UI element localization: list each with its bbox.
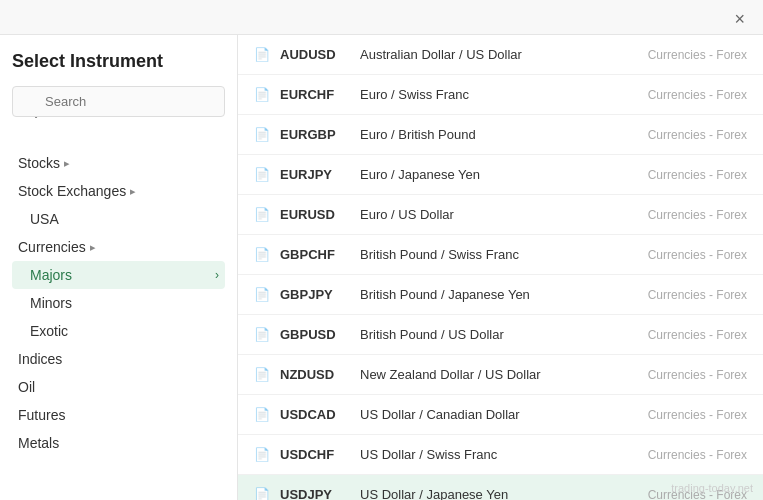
sidebar-item-label-majors: Majors [30, 267, 72, 283]
table-row[interactable]: 📄GBPUSDBritish Pound / US DollarCurrenci… [238, 315, 763, 355]
instrument-ticker: EURJPY [280, 167, 360, 182]
instrument-category: Currencies - Forex [627, 448, 747, 462]
instrument-ticker: EURUSD [280, 207, 360, 222]
instrument-category: Currencies - Forex [627, 288, 747, 302]
instrument-name: New Zealand Dollar / US Dollar [360, 367, 627, 382]
instrument-category: Currencies - Forex [627, 168, 747, 182]
document-icon: 📄 [254, 87, 270, 102]
instrument-ticker: USDCHF [280, 447, 360, 462]
instrument-rows: 📄AUDUSDAustralian Dollar / US DollarCurr… [238, 35, 763, 500]
document-icon: 📄 [254, 207, 270, 222]
sidebar-item-futures[interactable]: Futures [12, 401, 225, 429]
instrument-category: Currencies - Forex [627, 408, 747, 422]
sidebar: Select Instrument 🔍 Stocks ▸Stock Exchan… [0, 35, 238, 500]
instrument-name: US Dollar / Swiss Franc [360, 447, 627, 462]
modal-header: × [0, 0, 763, 35]
arrow-icon-stock-exchanges: ▸ [130, 185, 136, 198]
sidebar-item-label-oil: Oil [18, 379, 35, 395]
sidebar-title: Select Instrument [12, 51, 225, 72]
sidebar-item-label-stocks: Stocks [18, 155, 60, 171]
instrument-name: British Pound / Japanese Yen [360, 287, 627, 302]
document-icon: 📄 [254, 407, 270, 422]
instrument-category: Currencies - Forex [627, 128, 747, 142]
document-icon: 📄 [254, 447, 270, 462]
sidebar-item-oil[interactable]: Oil [12, 373, 225, 401]
sidebar-item-stocks[interactable]: Stocks ▸ [12, 149, 225, 177]
table-row[interactable]: 📄AUDUSDAustralian Dollar / US DollarCurr… [238, 35, 763, 75]
sidebar-item-majors[interactable]: Majors› [12, 261, 225, 289]
document-icon: 📄 [254, 487, 270, 500]
instrument-category: Currencies - Forex [627, 88, 747, 102]
instrument-ticker: EURCHF [280, 87, 360, 102]
document-icon: 📄 [254, 247, 270, 262]
sidebar-item-minors[interactable]: Minors [12, 289, 225, 317]
instrument-name: British Pound / US Dollar [360, 327, 627, 342]
document-icon: 📄 [254, 127, 270, 142]
sidebar-item-metals[interactable]: Metals [12, 429, 225, 457]
sidebar-item-stock-exchanges[interactable]: Stock Exchanges ▸ [12, 177, 225, 205]
instrument-ticker: USDJPY [280, 487, 360, 500]
sidebar-item-label-stock-exchanges: Stock Exchanges [18, 183, 126, 199]
sidebar-item-currencies[interactable]: Currencies ▸ [12, 233, 225, 261]
instrument-ticker: GBPUSD [280, 327, 360, 342]
table-row[interactable]: 📄USDCADUS Dollar / Canadian DollarCurren… [238, 395, 763, 435]
instrument-ticker: GBPCHF [280, 247, 360, 262]
instrument-name: Euro / Swiss Franc [360, 87, 627, 102]
sidebar-item-usa[interactable]: USA [12, 205, 225, 233]
table-row[interactable]: 📄EURJPYEuro / Japanese YenCurrencies - F… [238, 155, 763, 195]
table-row[interactable]: 📄EURGBPEuro / British PoundCurrencies - … [238, 115, 763, 155]
search-wrap: 🔍 [12, 86, 225, 133]
document-icon: 📄 [254, 327, 270, 342]
document-icon: 📄 [254, 367, 270, 382]
instrument-category: Currencies - Forex [627, 248, 747, 262]
select-instrument-modal: × Select Instrument 🔍 Stocks ▸Stock Exch… [0, 0, 763, 500]
instrument-ticker: GBPJPY [280, 287, 360, 302]
sidebar-item-label-usa: USA [30, 211, 59, 227]
instrument-ticker: NZDUSD [280, 367, 360, 382]
close-button[interactable]: × [728, 8, 751, 30]
sidebar-nav: Stocks ▸Stock Exchanges ▸USACurrencies ▸… [12, 149, 225, 457]
instrument-name: Australian Dollar / US Dollar [360, 47, 627, 62]
table-row[interactable]: 📄USDCHFUS Dollar / Swiss FrancCurrencies… [238, 435, 763, 475]
arrow-icon-currencies: ▸ [90, 241, 96, 254]
arrow-right-icon-majors: › [215, 268, 219, 282]
table-row[interactable]: 📄EURUSDEuro / US DollarCurrencies - Fore… [238, 195, 763, 235]
instrument-list: 📄AUDUSDAustralian Dollar / US DollarCurr… [238, 35, 763, 500]
table-row[interactable]: 📄GBPCHFBritish Pound / Swiss FrancCurren… [238, 235, 763, 275]
instrument-ticker: AUDUSD [280, 47, 360, 62]
table-row[interactable]: 📄EURCHFEuro / Swiss FrancCurrencies - Fo… [238, 75, 763, 115]
instrument-category: Currencies - Forex [627, 368, 747, 382]
sidebar-item-label-futures: Futures [18, 407, 65, 423]
instrument-name: Euro / US Dollar [360, 207, 627, 222]
instrument-name: Euro / Japanese Yen [360, 167, 627, 182]
instrument-category: Currencies - Forex [627, 48, 747, 62]
sidebar-item-label-indices: Indices [18, 351, 62, 367]
document-icon: 📄 [254, 47, 270, 62]
watermark: trading-today.net [671, 482, 753, 494]
sidebar-item-indices[interactable]: Indices [12, 345, 225, 373]
instrument-category: Currencies - Forex [627, 328, 747, 342]
sidebar-item-label-exotic: Exotic [30, 323, 68, 339]
instrument-category: Currencies - Forex [627, 208, 747, 222]
arrow-icon-stocks: ▸ [64, 157, 70, 170]
instrument-name: US Dollar / Canadian Dollar [360, 407, 627, 422]
instrument-ticker: USDCAD [280, 407, 360, 422]
sidebar-item-label-currencies: Currencies [18, 239, 86, 255]
sidebar-item-label-metals: Metals [18, 435, 59, 451]
instrument-name: US Dollar / Japanese Yen [360, 487, 627, 500]
instrument-name: Euro / British Pound [360, 127, 627, 142]
sidebar-item-label-minors: Minors [30, 295, 72, 311]
document-icon: 📄 [254, 287, 270, 302]
sidebar-item-exotic[interactable]: Exotic [12, 317, 225, 345]
modal-body: Select Instrument 🔍 Stocks ▸Stock Exchan… [0, 35, 763, 500]
document-icon: 📄 [254, 167, 270, 182]
search-input[interactable] [12, 86, 225, 117]
instrument-ticker: EURGBP [280, 127, 360, 142]
table-row[interactable]: 📄GBPJPYBritish Pound / Japanese YenCurre… [238, 275, 763, 315]
instrument-name: British Pound / Swiss Franc [360, 247, 627, 262]
table-row[interactable]: 📄NZDUSDNew Zealand Dollar / US DollarCur… [238, 355, 763, 395]
